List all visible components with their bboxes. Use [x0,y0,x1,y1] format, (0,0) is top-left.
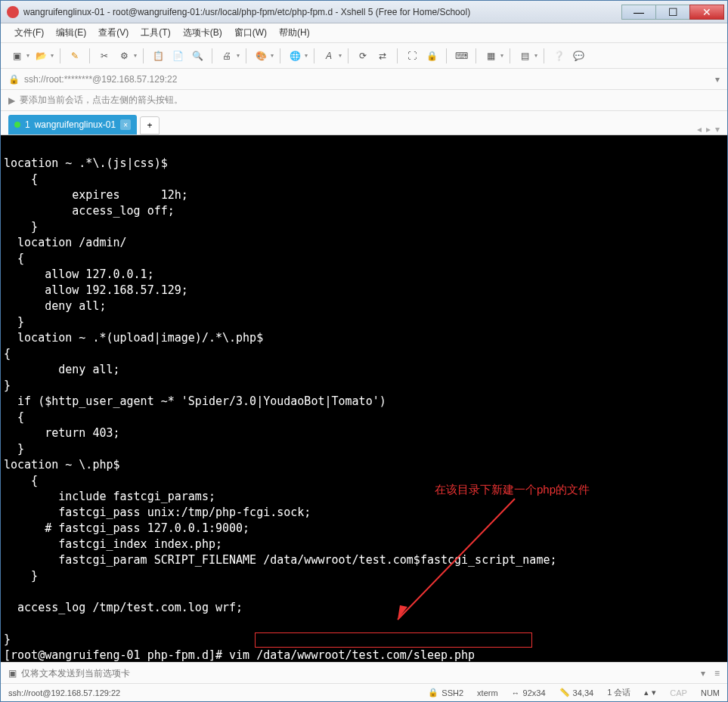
copy-button[interactable]: 📋 [150,48,166,64]
color-button[interactable]: 🎨 [252,48,269,64]
input-menu-button[interactable]: ≡ [714,668,720,679]
status-connection: ssh://root@192.168.57.129:22 [8,688,414,697]
hint-icon: ▶ [8,95,15,106]
minimize-button[interactable]: — [621,5,656,20]
status-cap: CAP [670,688,687,697]
status-dot-icon [14,122,20,128]
lock-button[interactable]: 🔒 [423,48,440,64]
lock-icon: 🔒 [8,74,20,85]
svg-marker-1 [398,605,407,620]
address-bar: 🔒 ssh://root:********@192.168.57.129:22 … [1,69,727,90]
hint-bar: ▶ 要添加当前会话，点击左侧的箭头按钮。 [1,90,727,111]
menubar: 文件(F) 编辑(E) 查看(V) 工具(T) 选项卡(B) 窗口(W) 帮助(… [1,23,727,43]
ruler-icon: 📏 [559,688,570,697]
tile-button[interactable]: ▤ [516,48,533,64]
open-button[interactable]: 📂 [33,48,49,64]
status-cursor: 34,34 [573,688,594,697]
menu-tools[interactable]: 工具(T) [135,23,176,42]
font-button[interactable]: A [321,48,337,64]
app-icon [7,6,19,18]
help-button[interactable]: ❔ [550,48,567,64]
tab-list-button[interactable]: ▾ [715,124,720,135]
status-num: NUM [701,688,720,697]
layout-button[interactable]: ▦ [482,48,499,64]
highlight-box [255,632,532,648]
down-icon: ▾ [652,688,656,697]
menu-window[interactable]: 窗口(W) [228,23,273,42]
address-text[interactable]: ssh://root:********@192.168.57.129:22 [24,74,711,85]
input-dropdown[interactable]: ▾ [701,668,705,679]
refresh-button[interactable]: ⟳ [355,48,371,64]
lang-button[interactable]: 🌐 [287,48,303,64]
tab-label: wangruifenglinux-01 [35,119,116,130]
command-input-bar: ▣ ▾ ≡ [1,662,727,683]
menu-help[interactable]: 帮助(H) [273,23,316,42]
annotation-text: 在该目录下新建一个php的文件 [435,481,590,497]
tab-index: 1 [25,119,30,130]
close-button[interactable]: ✕ [689,5,724,20]
menu-edit[interactable]: 编辑(E) [50,23,92,42]
tab-prev-button[interactable]: ◂ [697,124,702,135]
session-tab[interactable]: 1 wangruifenglinux-01 × [8,115,137,135]
status-sessions: 1 会话 [607,687,630,698]
terminal[interactable]: location ~ .*\.(js|css)$ { expires 12h; … [1,135,727,662]
new-session-button[interactable]: ▣ [8,48,25,64]
about-button[interactable]: 💬 [570,48,587,64]
menu-view[interactable]: 查看(V) [92,23,135,42]
command-input[interactable] [21,668,696,679]
lock-icon: 🔒 [428,688,438,697]
menu-file[interactable]: 文件(F) [8,23,50,42]
tab-bar: 1 wangruifenglinux-01 × + ◂ ▸ ▾ [1,111,727,135]
print-button[interactable]: 🖨 [218,48,235,64]
status-term: xterm [477,688,498,697]
status-bar: ssh://root@192.168.57.129:22 🔒SSH2 xterm… [1,683,727,701]
hint-text: 要添加当前会话，点击左侧的箭头按钮。 [20,94,183,107]
properties-button[interactable]: ⚙ [116,48,132,64]
add-tab-button[interactable]: + [140,116,160,135]
paste-button[interactable]: 📄 [169,48,186,64]
tab-next-button[interactable]: ▸ [706,124,711,135]
reconnect-button[interactable]: ✎ [67,48,83,64]
up-icon: ▴ [644,688,649,697]
window-title: wangruifenglinux-01 - root@wangruifeng-0… [23,7,621,17]
command-icon: ▣ [8,668,17,679]
resize-icon: ↔ [512,688,520,697]
status-protocol: SSH2 [441,688,463,697]
menu-tab[interactable]: 选项卡(B) [177,23,228,42]
status-size: 92x34 [523,688,546,697]
keyboard-button[interactable]: ⌨ [453,48,469,64]
disconnect-button[interactable]: ✂ [96,48,113,64]
titlebar: wangruifenglinux-01 - root@wangruifeng-0… [1,1,727,23]
find-button[interactable]: 🔍 [189,48,206,64]
toolbar: ▣▾ 📂▾ ✎ ✂ ⚙▾ 📋 📄 🔍 🖨▾ 🎨▾ 🌐▾ A▾ ⟳ ⇄ ⛶ 🔒 ⌨… [1,43,727,69]
transfer-button[interactable]: ⇄ [374,48,391,64]
tab-close-button[interactable]: × [120,119,131,130]
maximize-button[interactable]: ☐ [655,5,690,20]
address-dropdown[interactable]: ▾ [715,74,720,85]
fullscreen-button[interactable]: ⛶ [404,48,420,64]
